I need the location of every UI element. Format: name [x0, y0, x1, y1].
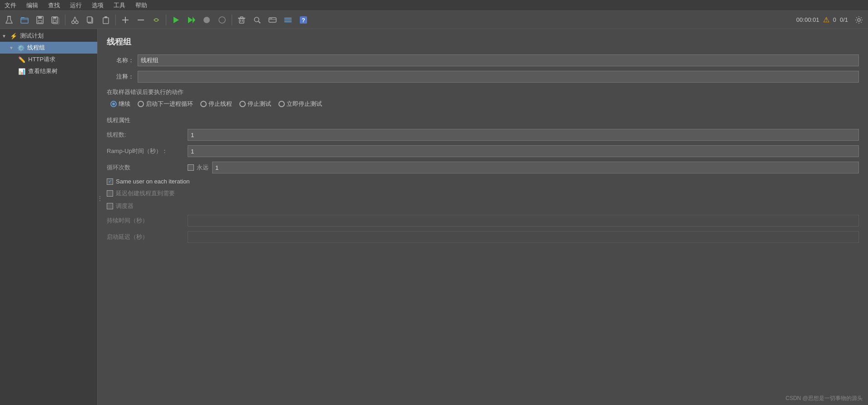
radio-start-next[interactable]: 启动下一进程循环: [138, 100, 193, 108]
error-action-radio-group: 继续 启动下一进程循环 停止线程 停止测试 立即停止测试: [110, 100, 859, 108]
paste-btn[interactable]: [99, 13, 113, 27]
menu-help[interactable]: 帮助: [134, 0, 149, 10]
thread-count-input[interactable]: [188, 129, 859, 141]
loop-count-input[interactable]: [212, 162, 859, 173]
copy-btn[interactable]: [83, 13, 98, 27]
start-btn[interactable]: [169, 13, 183, 27]
menu-run[interactable]: 运行: [68, 0, 84, 10]
search-btn[interactable]: [250, 13, 264, 27]
same-user-label: Same user on each iteration: [116, 178, 190, 185]
radio-stop-now-label: 立即停止测试: [287, 100, 322, 108]
sidebar: ▼ ⚡ 测试计划 ▼ ⚙️ 线程组 ✏️ HTTP请求 📊 查看结果树: [0, 29, 98, 405]
sidebar-item-label-http-request: HTTP请求: [28, 55, 55, 64]
duration-input[interactable]: [188, 215, 859, 227]
svg-point-29: [254, 17, 259, 22]
svg-point-10: [72, 21, 74, 24]
sep4: [232, 15, 232, 25]
sidebar-item-result-tree[interactable]: 📊 查看结果树: [0, 65, 97, 77]
sidebar-item-label-test-plan: 测试计划: [20, 32, 44, 40]
menu-find[interactable]: 查找: [46, 0, 62, 10]
add-btn[interactable]: [118, 13, 133, 27]
radio-stop-thread[interactable]: 停止线程: [200, 100, 232, 108]
sep1: [65, 15, 65, 25]
help-menu-btn[interactable]: [281, 13, 295, 27]
radio-stop-thread-circle: [200, 101, 207, 107]
sidebar-resize-handle[interactable]: ⋮: [97, 195, 103, 202]
page-title: 线程组: [107, 36, 859, 47]
content-area: 线程组 名称： 注释： 在取样器错误后要执行的动作 继续 启动下一进程循环: [98, 29, 868, 405]
total-count: 0/1: [840, 16, 848, 23]
remote-btn[interactable]: [265, 13, 280, 27]
elapsed-time: 00:00:01: [796, 16, 819, 23]
remove-btn[interactable]: [134, 13, 148, 27]
menu-edit[interactable]: 编辑: [25, 0, 40, 10]
on-error-section-label: 在取样器错误后要执行的动作: [107, 88, 859, 96]
save-all-btn[interactable]: [48, 13, 63, 27]
radio-start-next-label: 启动下一进程循环: [146, 100, 193, 108]
thread-count-row: 线程数:: [107, 129, 859, 141]
loop-count-label: 循环次数: [107, 163, 184, 172]
warning-icon: ⚠: [823, 15, 829, 24]
radio-stop-test-label: 停止测试: [248, 100, 271, 108]
radio-start-next-circle: [138, 101, 144, 107]
radio-stop-now[interactable]: 立即停止测试: [278, 100, 322, 108]
arrow-thread-group: ▼: [9, 45, 14, 50]
svg-point-11: [75, 21, 78, 24]
name-row: 名称：: [107, 54, 859, 66]
startup-delay-input[interactable]: [188, 231, 859, 243]
stop-btn[interactable]: [199, 13, 214, 27]
loop-count-row: 循环次数 永远: [107, 162, 859, 173]
open-btn[interactable]: [17, 13, 32, 27]
thread-props-section-label: 线程属性: [107, 116, 859, 124]
save-btn[interactable]: [33, 13, 47, 27]
toggle-btn[interactable]: [149, 13, 164, 27]
thread-count-label: 线程数:: [107, 131, 184, 139]
global-settings-btn[interactable]: [852, 13, 866, 27]
test-plan-icon: ⚡: [10, 33, 17, 40]
comment-input[interactable]: [138, 71, 859, 83]
svg-rect-28: [240, 17, 243, 18]
radio-continue-label: 继续: [119, 100, 130, 108]
svg-marker-22: [188, 17, 193, 23]
question-btn[interactable]: ?: [296, 13, 311, 27]
svg-rect-17: [104, 16, 107, 18]
sep3: [166, 15, 166, 25]
sidebar-item-thread-group[interactable]: ▼ ⚙️ 线程组: [0, 42, 97, 54]
sep2: [115, 15, 116, 25]
radio-continue-circle: [110, 101, 117, 107]
radio-stop-test[interactable]: 停止测试: [239, 100, 271, 108]
radio-continue[interactable]: 继续: [110, 100, 130, 108]
svg-line-13: [75, 17, 77, 21]
delay-create-checkbox[interactable]: [107, 190, 113, 197]
svg-point-24: [203, 17, 210, 23]
sidebar-item-test-plan[interactable]: ▼ ⚡ 测试计划: [0, 30, 97, 42]
menu-options[interactable]: 选项: [90, 0, 105, 10]
svg-rect-27: [239, 19, 244, 23]
startup-delay-row: 启动延迟（秒）: [107, 231, 859, 243]
result-tree-icon: 📊: [18, 68, 25, 75]
new-template-btn[interactable]: [2, 13, 16, 27]
duration-row: 持续时间（秒）: [107, 215, 859, 227]
cut-btn[interactable]: [68, 13, 82, 27]
stop-now-btn[interactable]: [215, 13, 229, 27]
svg-line-12: [73, 17, 75, 21]
menu-file[interactable]: 文件: [3, 0, 18, 10]
ramp-up-input[interactable]: [188, 145, 859, 157]
svg-rect-16: [103, 18, 109, 24]
svg-point-25: [219, 17, 225, 23]
name-input[interactable]: [138, 54, 859, 66]
start-no-pause-btn[interactable]: [184, 13, 198, 27]
svg-rect-5: [38, 20, 42, 23]
svg-rect-0: [7, 16, 11, 17]
http-request-icon: ✏️: [18, 56, 25, 63]
same-user-checkbox[interactable]: [107, 178, 113, 185]
svg-rect-36: [284, 20, 292, 20]
scheduler-checkbox[interactable]: [107, 203, 113, 209]
sidebar-item-http-request[interactable]: ✏️ HTTP请求: [0, 54, 97, 65]
svg-rect-15: [87, 17, 92, 22]
forever-checkbox[interactable]: [188, 164, 194, 171]
delay-create-label: 延迟创建线程直到需要: [116, 189, 175, 198]
menu-tools[interactable]: 工具: [112, 0, 127, 10]
delay-create-row: 延迟创建线程直到需要: [107, 189, 859, 198]
clear-btn[interactable]: [234, 13, 249, 27]
